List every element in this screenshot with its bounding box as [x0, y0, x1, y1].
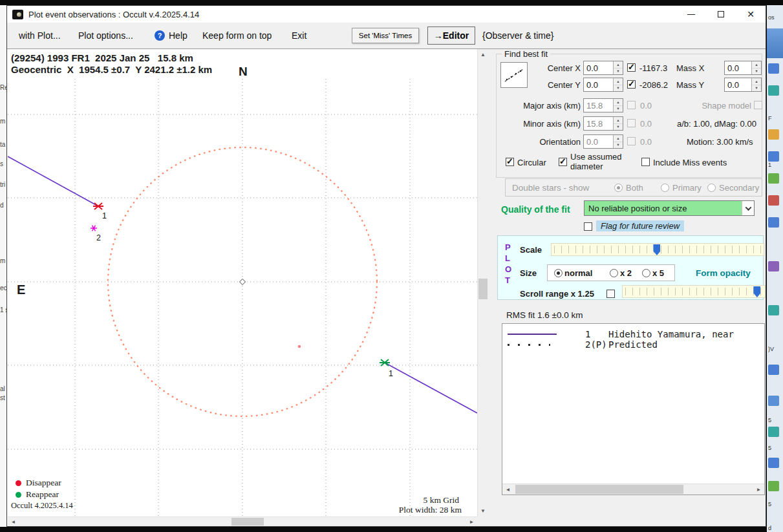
center-y-spinner[interactable]: 0.0 ▲▼	[583, 78, 623, 92]
form-opacity-slider-thumb[interactable]	[753, 286, 760, 297]
grid-lines	[8, 79, 477, 516]
fit-plot-button[interactable]	[500, 62, 528, 88]
spinner-up-button[interactable]: ▲	[614, 135, 623, 142]
menu-help[interactable]: Help	[169, 30, 188, 41]
spinner-up-button[interactable]: ▲	[614, 99, 623, 106]
observations-list[interactable]: 1 Hidehito Yamamura, near 2(P) Predicted…	[502, 323, 765, 495]
scroll-right-button[interactable]: ►	[753, 484, 764, 495]
list-scroll-thumb[interactable]	[515, 485, 683, 494]
list-horizontal-scrollbar[interactable]: ◄ ►	[502, 484, 764, 495]
motion-note: Motion: 3.00 km/s	[687, 137, 753, 147]
spinner-up-button[interactable]: ▲	[752, 78, 761, 85]
spinner-down-button[interactable]: ▼	[614, 142, 623, 149]
legend-disappear-label: Disappear	[26, 478, 61, 488]
spinner-up-button[interactable]: ▲	[752, 61, 761, 69]
flag-review-checkbox[interactable]	[584, 222, 592, 231]
predicted-marker[interactable]	[91, 226, 97, 231]
spinner-down-button[interactable]: ▼	[614, 124, 623, 131]
center-x-label: Center X	[533, 63, 581, 73]
shape-model-checkbox	[754, 101, 762, 109]
horizontal-scroll-thumb[interactable]	[231, 518, 264, 526]
menu-observer-time[interactable]: {Observer & time}	[482, 30, 554, 41]
spinner-up-button[interactable]: ▲	[614, 78, 623, 85]
size-normal-radio[interactable]	[554, 269, 563, 277]
circular-checkbox[interactable]	[506, 158, 514, 166]
center-x-checkbox[interactable]	[627, 63, 636, 72]
close-button[interactable]: ✕	[736, 6, 766, 23]
spinner-down-button[interactable]: ▼	[752, 69, 761, 75]
maximize-button[interactable]	[706, 6, 736, 23]
scroll-down-button[interactable]: ▼	[478, 505, 488, 516]
bg-text-fragment: d	[768, 525, 771, 531]
spinner-down-button[interactable]: ▼	[614, 106, 623, 112]
plot-letter-t: T	[505, 275, 510, 285]
background-window-left: Re m ta s tri d m ec 1 s al st	[0, 5, 6, 527]
editor-button[interactable]: →Editor	[427, 27, 475, 45]
reappear-marker[interactable]	[380, 359, 390, 366]
marker-1-label: 1	[102, 211, 107, 220]
scale-slider-thumb[interactable]	[653, 244, 660, 255]
dropdown-button[interactable]	[742, 201, 754, 215]
quality-of-fit-dropdown[interactable]: No reliable position or size	[584, 200, 755, 216]
disappear-marker[interactable]	[93, 203, 103, 209]
menu-with-plot[interactable]: with Plot...	[19, 30, 61, 41]
minor-axis-extra: 0.0	[640, 119, 652, 129]
form-opacity-slider[interactable]	[622, 285, 766, 298]
plot-canvas[interactable]: 1 2 1	[8, 49, 477, 516]
find-best-fit-title: Find best fit	[502, 49, 550, 59]
scroll-right-button[interactable]: ►	[466, 517, 477, 526]
spinner-up-button[interactable]: ▲	[614, 61, 623, 69]
background-icon	[768, 129, 779, 140]
chord-1-egress[interactable]	[385, 363, 477, 413]
grid-scale-note: 5 km Grid	[424, 495, 460, 505]
menu-exit[interactable]: Exit	[292, 30, 306, 41]
plot-horizontal-scrollbar[interactable]: ◄ ►	[8, 516, 477, 526]
menu-bar: with Plot... Plot options... ? Help Keep…	[7, 23, 766, 49]
mass-x-spinner[interactable]: 0.0 ▲▼	[724, 61, 762, 75]
minimize-button[interactable]: —	[676, 6, 706, 23]
use-assumed-diameter-checkbox[interactable]	[559, 158, 567, 166]
scroll-range-label: Scroll range x 1.25	[520, 289, 594, 299]
bg-text-fragment: m	[0, 118, 5, 125]
scroll-range-checkbox[interactable]	[606, 290, 615, 298]
scroll-up-button[interactable]: ▲	[478, 49, 488, 60]
orientation-spinner[interactable]: 0.0 ▲▼	[583, 134, 623, 149]
center-x-spinner[interactable]: 0.0 ▲▼	[583, 61, 623, 75]
include-miss-events-checkbox[interactable]	[641, 158, 650, 166]
center-y-checkbox[interactable]	[627, 80, 636, 89]
spinner-down-button[interactable]: ▼	[614, 69, 623, 75]
spinner-down-button[interactable]: ▼	[752, 85, 761, 92]
background-window-right: os F 1 )V 5 5 5 d	[767, 5, 783, 532]
double-stars-both-radio	[614, 184, 623, 192]
size-x5-radio[interactable]	[642, 269, 650, 277]
center-x-offset: -1167.3	[639, 63, 667, 73]
app-window: Plot event observations : Occult v.4.202…	[6, 5, 766, 527]
menu-plot-options[interactable]: Plot options...	[78, 30, 133, 41]
plot-header-object: (29254) 1993 FR1 2025 Jan 25 15.8 km	[11, 52, 193, 63]
minor-axis-spinner[interactable]: 15.8 ▲▼	[583, 116, 623, 131]
chord-line-sample	[508, 334, 557, 335]
scroll-left-button[interactable]: ◄	[8, 517, 19, 526]
mass-y-spinner[interactable]: 0.0 ▲▼	[724, 78, 762, 92]
help-icon[interactable]: ?	[155, 30, 165, 41]
plot-area[interactable]: 1 2 1 (29254) 1993 FR1 2025 Jan 25 15.8 …	[8, 49, 477, 516]
set-miss-times-button[interactable]: Set 'Miss' Times	[352, 28, 419, 43]
include-miss-events-label: Include Miss events	[653, 158, 727, 167]
chord-1-ingress[interactable]	[8, 156, 98, 206]
major-axis-spinner[interactable]: 15.8 ▲▼	[583, 98, 623, 112]
list-item[interactable]: 1 Hidehito Yamamura, near	[502, 329, 764, 340]
size-x2-radio[interactable]	[610, 269, 618, 277]
bg-text-fragment: s	[0, 160, 3, 167]
spinner-down-button[interactable]: ▼	[614, 85, 623, 92]
spinner-up-button[interactable]: ▲	[614, 117, 623, 124]
title-bar[interactable]: Plot event observations : Occult v.4.202…	[7, 6, 766, 23]
vertical-scroll-thumb[interactable]	[478, 279, 488, 299]
plot-vertical-scrollbar[interactable]: ▲ ▼	[477, 49, 488, 516]
mass-x-value: 0.0	[725, 61, 751, 74]
scroll-left-button[interactable]: ◄	[502, 484, 513, 495]
menu-keep-on-top[interactable]: Keep form on top	[202, 30, 272, 41]
scale-slider[interactable]	[551, 243, 764, 256]
minor-axis-label: Minor axis (km)	[506, 119, 581, 129]
size-x5-label: x 5	[652, 268, 664, 278]
list-item[interactable]: 2(P) Predicted	[502, 339, 764, 350]
